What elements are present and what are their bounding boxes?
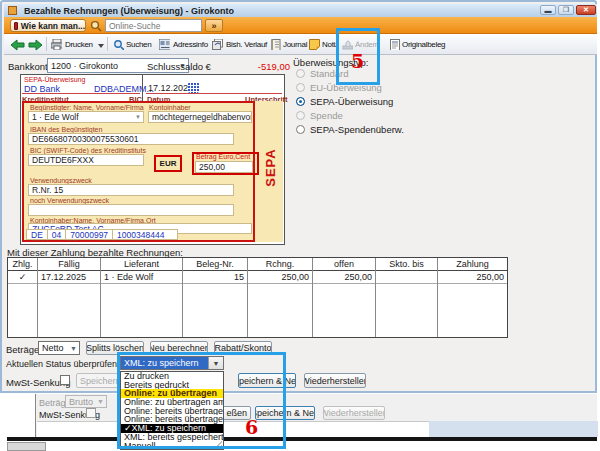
bg-window-bottom-border bbox=[7, 437, 597, 441]
bg-betraege-mode-select: Brutto ▼ bbox=[65, 395, 107, 408]
bg-blue-strip bbox=[429, 421, 598, 437]
wiederherstellen-button[interactable]: Wiederherstellen bbox=[304, 373, 366, 388]
blz-value: 70000997 bbox=[66, 230, 113, 239]
originalbeleg-button[interactable]: Originalbeleg bbox=[402, 40, 445, 49]
bankkonto-value: 1200 · Girokonto bbox=[51, 61, 118, 71]
radio-standard bbox=[296, 69, 305, 78]
radio-spende bbox=[296, 111, 305, 120]
account-number-value: 1000348444 bbox=[113, 230, 168, 239]
schlusssaldo-value: -519,00 bbox=[232, 61, 290, 72]
beneficiary-select[interactable]: 1 · Ede Wolf ▼ bbox=[28, 111, 144, 123]
col-header-zahlung: Zahlung bbox=[438, 258, 507, 271]
bg-wiederherstellen-button: Wiederherstellen bbox=[323, 406, 385, 420]
drucken-button[interactable]: Drucken bbox=[65, 40, 93, 49]
cell-rchng: 250,00 bbox=[248, 271, 312, 284]
verwendungszweck-label: Verwendungszweck bbox=[30, 177, 92, 184]
iban-label: IBAN des Begünstigten bbox=[30, 126, 102, 133]
toolbar-separator bbox=[107, 37, 108, 51]
window-title: Bezahlte Rechnungen (Überweisung) - Giro… bbox=[24, 6, 234, 16]
sepa-heading: SEPA-Überweisung bbox=[24, 76, 85, 83]
beneficiary-label: Begünstigter: Name, Vorname/Firma bbox=[30, 104, 144, 111]
verwendungszweck-input[interactable]: R.Nr. 15 bbox=[28, 184, 234, 196]
annotation-box-6 bbox=[117, 352, 286, 449]
toolbar-separator bbox=[46, 37, 47, 51]
chevron-down-icon: ▼ bbox=[135, 114, 141, 120]
chevron-down-icon: ▼ bbox=[97, 398, 104, 405]
cell-beleg: 15 bbox=[183, 271, 247, 284]
underline bbox=[146, 93, 282, 94]
betraege-label: Beträge bbox=[6, 344, 39, 355]
cell-zhlg: ✓ bbox=[8, 271, 37, 284]
col-header-zhlg: Zhlg. bbox=[8, 258, 37, 271]
col-header-offen: offen bbox=[313, 258, 375, 271]
amount-input[interactable]: 250,00 bbox=[195, 161, 253, 173]
bg-mwst-checkbox bbox=[86, 408, 96, 418]
verlauf-button[interactable]: Bish. Verlauf bbox=[226, 40, 267, 49]
col-header-lieferant: Lieferant bbox=[101, 258, 182, 271]
help-button[interactable]: Wie kann man... bbox=[10, 19, 86, 32]
radio-sepa-ueberweisung-label: SEPA-Überweisung bbox=[310, 96, 393, 107]
betraege-mode-value: Netto bbox=[42, 343, 64, 353]
cell-offen: 250,00 bbox=[313, 271, 375, 284]
printer-icon[interactable] bbox=[51, 39, 62, 50]
invoices-table[interactable]: Zhlg. ✓ Fällig 17.12.2025 Lieferant 1 · … bbox=[7, 257, 508, 338]
adressinfo-button[interactable]: Adressinfo bbox=[173, 40, 208, 49]
help-book-icon bbox=[14, 22, 18, 30]
title-bar: Bezahlte Rechnungen (Überweisung) - Giro… bbox=[4, 4, 597, 17]
currency-box: EUR bbox=[154, 155, 182, 172]
iban-country: DE bbox=[27, 230, 48, 239]
close-button[interactable]: ✕ bbox=[576, 5, 596, 15]
iban-input[interactable]: DE66680700300075530601 bbox=[28, 133, 234, 145]
adressinfo-icon[interactable] bbox=[159, 39, 170, 50]
minimize-button[interactable]: ▬ bbox=[540, 5, 556, 15]
forward-arrow-icon[interactable] bbox=[28, 39, 43, 51]
underline bbox=[22, 93, 140, 94]
annotation-number-5: 5 bbox=[351, 50, 364, 72]
notiz-icon[interactable] bbox=[309, 39, 320, 50]
annotation-number-6: 6 bbox=[245, 416, 258, 438]
cell-skto bbox=[376, 271, 437, 284]
betraege-mode-select[interactable]: Netto ▼ bbox=[38, 341, 80, 355]
screenshot-stage: Bezahlte Rechnungen (Überweisung) - Giro… bbox=[0, 0, 600, 451]
journal-icon[interactable] bbox=[270, 39, 281, 50]
bg-betraege-mode-value: Brutto bbox=[69, 397, 93, 407]
iban-check: 04 bbox=[48, 230, 66, 239]
help-button-label: Wie kann man... bbox=[21, 21, 85, 31]
radio-sepa-spenden[interactable] bbox=[296, 125, 305, 134]
back-arrow-icon[interactable] bbox=[10, 39, 25, 51]
bic-swift-label: BIC (SWIFT-Code) des Kreditinstituts bbox=[30, 147, 146, 154]
suchen-button[interactable]: Suchen bbox=[126, 40, 151, 49]
drucken-dropdown-caret[interactable] bbox=[98, 44, 104, 48]
bic-swift-input[interactable]: DEUTDE6FXXX bbox=[28, 154, 144, 166]
mwst-checkbox[interactable] bbox=[60, 375, 70, 385]
col-header-faellig: Fällig bbox=[38, 258, 100, 271]
journal-button[interactable]: Journal bbox=[283, 40, 307, 49]
kontoinhaber-input[interactable]: möchtegernegeldhabenvon... bbox=[148, 111, 252, 123]
beneficiary-value: 1 · Ede Wolf bbox=[32, 112, 79, 122]
noch-verwendungszweck-label: noch Verwendungszweck bbox=[30, 197, 109, 204]
cell-faellig: 17.12.2025 bbox=[38, 271, 100, 284]
schlusssaldo-label: Schlusssaldo € bbox=[147, 61, 211, 72]
search-more-button[interactable]: » bbox=[205, 19, 223, 32]
chevron-down-icon: ▼ bbox=[70, 345, 77, 352]
radio-sepa-spenden-label: SEPA-Spendenüberw. bbox=[310, 124, 404, 135]
verlauf-icon[interactable] bbox=[212, 39, 223, 50]
restore-button[interactable]: ❐ bbox=[558, 5, 574, 15]
col-header-beleg: Beleg-Nr. bbox=[183, 258, 247, 271]
col-header-rchng: Rchng. bbox=[248, 258, 312, 271]
account-digits-field[interactable]: DE 04 70000997 1000348444 bbox=[26, 229, 178, 240]
radio-eu-ueberweisung bbox=[296, 83, 305, 92]
radio-sepa-ueberweisung[interactable] bbox=[296, 97, 305, 106]
noch-verwendungszweck-input[interactable] bbox=[28, 204, 234, 216]
online-search-input[interactable]: Online-Suche bbox=[105, 19, 202, 32]
date-value[interactable]: 17.12.2025 bbox=[148, 83, 193, 93]
form-divider bbox=[142, 74, 143, 101]
app-icon bbox=[8, 6, 17, 15]
radio-spende-label: Spende bbox=[310, 110, 343, 121]
amount-label: Betrag Euro,Cent bbox=[196, 153, 250, 160]
suchen-icon[interactable] bbox=[113, 39, 124, 50]
originalbeleg-icon[interactable] bbox=[390, 39, 401, 50]
cell-lieferant: 1 · Ede Wolf bbox=[101, 271, 182, 284]
calendar-icon[interactable] bbox=[188, 82, 199, 93]
bg-corner-fragment bbox=[7, 442, 46, 451]
